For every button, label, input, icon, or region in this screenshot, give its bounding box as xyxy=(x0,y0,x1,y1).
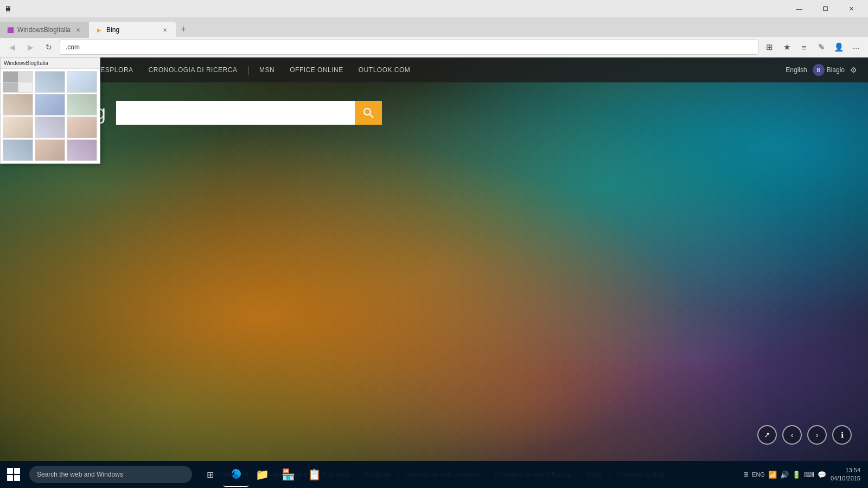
nav-office[interactable]: OFFICE ONLINE xyxy=(282,57,351,82)
tray-language[interactable]: ENG xyxy=(752,471,765,478)
nav-language[interactable]: English xyxy=(786,66,807,74)
thumb-3 xyxy=(67,71,97,93)
svg-point-1 xyxy=(364,108,371,115)
tab-favicon-2: ▶ xyxy=(95,26,103,34)
address-value: .com xyxy=(66,43,80,51)
nav-user[interactable]: B Biagio xyxy=(813,64,845,76)
title-bar: 🖥 — ⧠ ✕ xyxy=(0,0,868,17)
menu-icon[interactable]: ≡ xyxy=(796,40,812,55)
tab-title-1: WindowsBlogItalia xyxy=(17,26,71,34)
bing-page: MAPPE NOTIZIE ESPLORA CRONOLOGIA DI RICE… xyxy=(0,57,868,488)
thumb-8 xyxy=(35,117,65,138)
tab-bing[interactable]: ▶ Bing ✕ xyxy=(89,22,176,38)
taskbar-edge[interactable] xyxy=(224,462,248,487)
tab-favicon-1: 🟪 xyxy=(7,26,14,34)
fullscreen-button[interactable]: ↗ xyxy=(757,425,777,445)
tray-network[interactable]: ⊞ xyxy=(743,471,749,478)
nav-right: English B Biagio ⚙ xyxy=(786,64,857,76)
bottom-controls: ↗ ‹ › ℹ xyxy=(757,425,852,445)
toolbar-icons: ⊞ ★ ≡ ✎ 👤 ··· xyxy=(762,40,864,55)
taskbar-store[interactable]: 🏪 xyxy=(276,462,301,487)
taskbar-notes[interactable]: 📋 xyxy=(302,462,327,487)
thumb-12 xyxy=(67,139,97,161)
tab-bar: 🟪 WindowsBlogItalia ✕ ▶ Bing ✕ + xyxy=(0,17,868,37)
taskbar-explorer[interactable]: 📁 xyxy=(250,462,275,487)
clock-date: 04/10/2015 xyxy=(831,474,860,483)
user-avatar: B xyxy=(813,64,825,76)
back-button[interactable]: ◀ xyxy=(4,40,20,55)
tab-close-2[interactable]: ✕ xyxy=(161,25,169,34)
edge-icon xyxy=(230,468,242,480)
tab-manager-icon[interactable]: ⊞ xyxy=(762,40,777,55)
search-icon xyxy=(363,107,374,118)
thumb-5 xyxy=(35,94,65,115)
nav-msn[interactable]: MSN xyxy=(252,57,282,82)
taskbar-search-placeholder: Search the web and Windows xyxy=(37,471,123,478)
tray-battery[interactable]: 🔋 xyxy=(792,471,801,479)
app-icon: 🖥 xyxy=(4,4,12,13)
tray-volume[interactable]: 🔊 xyxy=(780,471,789,479)
taskbar-search[interactable]: Search the web and Windows xyxy=(29,466,192,483)
address-bar-row: ◀ ▶ ↻ .com ⊞ ★ ≡ ✎ 👤 ··· xyxy=(0,37,868,57)
thumb-2 xyxy=(35,71,65,93)
thumbnail-panel: WindowsBlogItalia xyxy=(0,57,100,164)
user-name: Biagio xyxy=(827,66,845,74)
nav-separator: | xyxy=(247,65,250,76)
thumb-1 xyxy=(3,71,33,93)
svg-line-2 xyxy=(370,114,373,118)
taskbar-right: ⊞ ENG 📶 🔊 🔋 ⌨ 💬 13:54 04/10/2015 xyxy=(743,466,868,483)
favorites-icon[interactable]: ★ xyxy=(779,40,794,55)
edit-icon[interactable]: ✎ xyxy=(814,40,829,55)
tab-close-1[interactable]: ✕ xyxy=(74,25,82,34)
taskbar-apps: ⊞ 📁 🏪 📋 xyxy=(197,462,327,487)
more-icon[interactable]: ··· xyxy=(848,40,864,55)
close-button[interactable]: ✕ xyxy=(839,0,864,17)
prev-image-button[interactable]: ‹ xyxy=(782,425,802,445)
clock-time: 13:54 xyxy=(831,466,860,474)
thumb-6 xyxy=(67,94,97,115)
search-button[interactable] xyxy=(355,101,382,125)
thumb-10 xyxy=(3,139,33,161)
settings-icon[interactable]: ⚙ xyxy=(850,66,857,74)
title-bar-left: 🖥 xyxy=(4,4,12,13)
nav-cronologia[interactable]: CRONOLOGIA DI RICERCA xyxy=(141,57,245,82)
tray-message[interactable]: 💬 xyxy=(818,471,826,479)
refresh-button[interactable]: ↻ xyxy=(41,40,56,55)
windows-icon xyxy=(7,468,20,481)
taskbar-task-view[interactable]: ⊞ xyxy=(197,462,222,487)
tray-keyboard[interactable]: ⌨ xyxy=(804,471,814,479)
maximize-button[interactable]: ⧠ xyxy=(813,0,838,17)
taskbar-clock[interactable]: 13:54 04/10/2015 xyxy=(831,466,860,483)
search-input[interactable] xyxy=(116,101,355,125)
thumbnail-grid xyxy=(1,69,100,163)
account-icon[interactable]: 👤 xyxy=(831,40,846,55)
thumb-7 xyxy=(3,117,33,138)
window-controls: — ⧠ ✕ xyxy=(787,0,864,17)
thumb-11 xyxy=(35,139,65,161)
tab-windowsblogitalia[interactable]: 🟪 WindowsBlogItalia ✕ xyxy=(0,22,89,38)
info-button[interactable]: ℹ xyxy=(832,425,852,445)
bing-nav: MAPPE NOTIZIE ESPLORA CRONOLOGIA DI RICE… xyxy=(0,57,868,82)
bing-search-bar xyxy=(116,101,382,125)
nav-outlook[interactable]: OUTLOOK.COM xyxy=(351,57,418,82)
thumbnail-header: WindowsBlogItalia xyxy=(1,58,100,69)
minimize-button[interactable]: — xyxy=(787,0,812,17)
taskbar: Search the web and Windows ⊞ 📁 🏪 📋 ⊞ ENG… xyxy=(0,461,868,488)
start-button[interactable] xyxy=(0,461,27,488)
tray-wifi[interactable]: 📶 xyxy=(768,471,777,479)
thumb-4 xyxy=(3,94,33,115)
system-tray: ⊞ ENG 📶 🔊 🔋 ⌨ 💬 xyxy=(743,471,826,479)
address-bar[interactable]: .com xyxy=(60,40,758,55)
next-image-button[interactable]: › xyxy=(807,425,827,445)
forward-button[interactable]: ▶ xyxy=(23,40,38,55)
thumb-9 xyxy=(67,117,97,138)
tab-title-2: Bing xyxy=(106,26,119,34)
browser-chrome: 🖥 — ⧠ ✕ 🟪 WindowsBlogItalia ✕ ▶ Bing ✕ +… xyxy=(0,0,868,57)
new-tab-button[interactable]: + xyxy=(176,22,191,37)
